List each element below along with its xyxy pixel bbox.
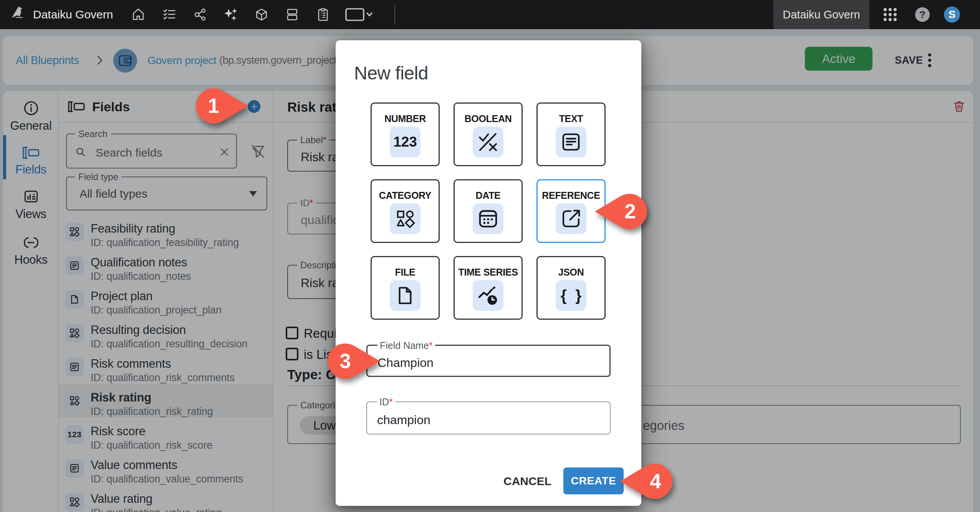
svg-text:2: 2 xyxy=(624,200,636,223)
svg-text:3: 3 xyxy=(339,350,351,372)
svg-text:1: 1 xyxy=(208,94,219,117)
svg-text:4: 4 xyxy=(650,470,661,492)
